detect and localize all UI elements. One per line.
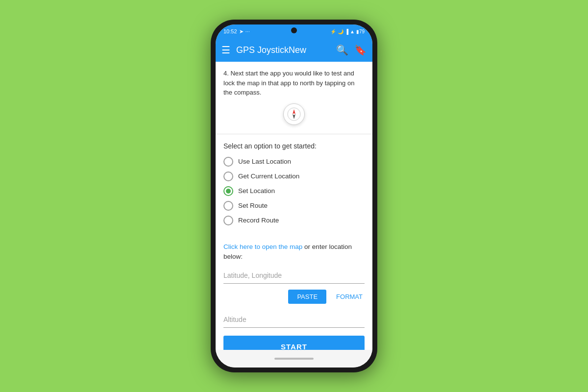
open-map-link[interactable]: Click here to open the map bbox=[223, 243, 302, 250]
radio-use-last[interactable]: Use Last Location bbox=[223, 157, 365, 167]
link-text: Click here to open the map or enter loca… bbox=[223, 242, 365, 262]
radio-set-location-label: Set Location bbox=[238, 187, 275, 195]
scroll-content: 4. Next start the app you would like to … bbox=[216, 62, 372, 350]
radio-get-current[interactable]: Get Current Location bbox=[223, 172, 365, 181]
instruction-text: 4. Next start the app you would like to … bbox=[223, 69, 365, 98]
start-section: START bbox=[216, 336, 372, 350]
bookmark-icon[interactable]: 🔖 bbox=[354, 44, 367, 56]
options-section: Select an option to get started: Use Las… bbox=[216, 134, 372, 238]
signal-icon: ▐ bbox=[345, 29, 348, 34]
input-section: PASTE FORMAT bbox=[216, 268, 372, 336]
radio-get-current-circle bbox=[223, 172, 233, 181]
radio-record-route-label: Record Route bbox=[238, 217, 279, 224]
status-icons: ⚡ 🌙 ▐ ▲ ▮79 bbox=[330, 29, 365, 34]
app-bar: ☰ GPS JoystickNew 🔍 🔖 bbox=[216, 38, 372, 62]
bluetooth-icon: ⚡ bbox=[330, 29, 336, 34]
radio-set-route-label: Set Route bbox=[238, 202, 268, 209]
compass-icon bbox=[283, 103, 305, 125]
phone-frame: 10:52 ➤ ··· ⚡ 🌙 ▐ ▲ ▮79 ☰ GPS JoystickNe… bbox=[211, 20, 377, 372]
radio-get-current-label: Get Current Location bbox=[238, 172, 299, 180]
status-time: 10:52 ➤ ··· bbox=[223, 28, 250, 35]
battery-saver-icon: 🌙 bbox=[338, 29, 343, 34]
time-display: 10:52 bbox=[223, 28, 237, 34]
start-button[interactable]: START bbox=[223, 336, 365, 350]
radio-record-route-circle bbox=[223, 216, 233, 225]
paste-button[interactable]: PASTE bbox=[288, 290, 326, 304]
radio-set-location[interactable]: Set Location bbox=[223, 186, 365, 196]
search-icon[interactable]: 🔍 bbox=[336, 44, 348, 56]
link-section: Click here to open the map or enter loca… bbox=[216, 238, 372, 268]
phone-screen: 10:52 ➤ ··· ⚡ 🌙 ▐ ▲ ▮79 ☰ GPS JoystickNe… bbox=[216, 24, 372, 368]
dots-icon: ··· bbox=[245, 28, 250, 34]
instruction-section: 4. Next start the app you would like to … bbox=[216, 62, 372, 134]
radio-set-route[interactable]: Set Route bbox=[223, 201, 365, 211]
compass-container bbox=[223, 98, 365, 127]
lat-lng-input[interactable] bbox=[223, 268, 365, 284]
input-buttons: PASTE FORMAT bbox=[223, 290, 365, 304]
options-title: Select an option to get started: bbox=[223, 142, 365, 150]
radio-use-last-label: Use Last Location bbox=[238, 158, 291, 165]
home-indicator bbox=[274, 358, 314, 360]
app-title: GPS JoystickNew bbox=[236, 45, 330, 55]
bottom-bar bbox=[216, 350, 372, 368]
radio-set-location-circle bbox=[223, 186, 233, 196]
radio-use-last-circle bbox=[223, 157, 233, 167]
format-button[interactable]: FORMAT bbox=[334, 290, 365, 304]
radio-set-route-circle bbox=[223, 201, 233, 211]
camera-notch bbox=[291, 27, 297, 33]
menu-icon[interactable]: ☰ bbox=[221, 44, 230, 56]
location-arrow-icon: ➤ bbox=[239, 28, 244, 35]
altitude-input[interactable] bbox=[223, 312, 365, 328]
radio-record-route[interactable]: Record Route bbox=[223, 216, 365, 225]
battery-icon: ▮79 bbox=[356, 29, 365, 34]
wifi-icon: ▲ bbox=[350, 29, 355, 34]
